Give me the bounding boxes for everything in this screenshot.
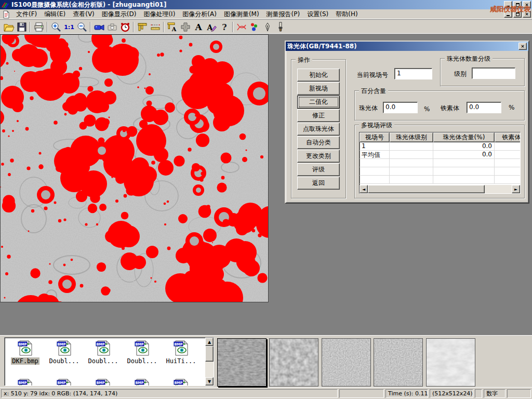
pen-tool-button[interactable] <box>261 21 274 33</box>
grade-input[interactable] <box>472 68 515 79</box>
file-name[interactable]: Doubl... <box>48 357 81 365</box>
svg-text:?: ? <box>222 22 227 32</box>
new-field-button[interactable]: 新视场 <box>297 82 340 95</box>
col-ferrite-content[interactable]: 铁素体含量(%) <box>495 132 521 142</box>
zoom-in-button[interactable] <box>49 21 62 33</box>
video-capture-button[interactable] <box>92 21 105 33</box>
rating-table[interactable]: 视场号 珠光体级别 珠光体含量(%) 铁素体含量(%) 1 0.0 平均值 <box>359 132 521 194</box>
file-item[interactable] <box>123 378 162 386</box>
col-field-no[interactable]: 视场号 <box>360 132 390 142</box>
auto-classify-button[interactable]: 自动分类 <box>297 136 340 149</box>
thumbnail-5[interactable] <box>426 338 475 387</box>
metallograph-image[interactable] <box>0 34 269 302</box>
bottom-panel: DKF.bmp Doubl... Doubl... Doubl... HuiTi… <box>0 335 532 387</box>
file-item[interactable] <box>6 378 45 386</box>
save-button[interactable] <box>15 21 28 33</box>
multifield-group-label: 多视场评级 <box>359 121 394 130</box>
file-name[interactable]: DKF.bmp <box>11 357 39 365</box>
rate-button[interactable]: 评级 <box>297 163 340 176</box>
thumbnail-2[interactable] <box>269 338 318 387</box>
brush-tool-button[interactable] <box>274 21 287 33</box>
file-item[interactable] <box>45 378 84 386</box>
thumbnail-3[interactable] <box>322 338 371 387</box>
current-field-input[interactable]: 1 <box>394 68 432 79</box>
table-row[interactable]: 1 0.0 <box>360 142 520 151</box>
caliper-text-icon: A <box>167 21 178 33</box>
menu-help[interactable]: 帮助(H) <box>332 9 361 20</box>
thumbnail-4[interactable] <box>374 338 423 387</box>
binarize-button[interactable]: 二值化 <box>297 96 340 109</box>
scroll-right-icon[interactable]: ► <box>512 185 520 193</box>
print-button[interactable] <box>32 21 45 33</box>
bmp-file-icon <box>95 340 112 356</box>
menu-settings[interactable]: 设置(S) <box>303 9 332 20</box>
bmp-file-icon <box>17 378 34 386</box>
status-spacer <box>507 389 531 398</box>
vscroll-thumb[interactable] <box>205 346 214 362</box>
file-item[interactable]: HuiTi... <box>162 340 201 365</box>
zoom-out-button[interactable] <box>75 21 88 33</box>
table-row-empty <box>360 159 520 167</box>
file-name[interactable]: Doubl... <box>126 357 158 365</box>
menu-image-display[interactable]: 图像显示(D) <box>98 9 140 20</box>
file-vscrollbar[interactable]: ▲ ▼ <box>205 338 214 385</box>
menu-bar: 文件(F) 编辑(E) 查看(V) 图像显示(D) 图像处理(I) 图像分析(A… <box>0 9 532 20</box>
initialize-button[interactable]: 初始化 <box>297 69 340 82</box>
file-item[interactable]: Doubl... <box>123 340 162 365</box>
col-pearlite-content[interactable]: 珠光体含量(%) <box>433 132 495 142</box>
document-icon[interactable] <box>2 10 10 19</box>
annotate-tool-button[interactable]: A <box>205 21 218 33</box>
ferrite-percent-input[interactable]: 0.0 <box>467 102 501 113</box>
open-button[interactable] <box>2 21 15 33</box>
actual-size-button[interactable]: 1:1 <box>62 21 75 33</box>
scroll-left-icon[interactable]: ◄ <box>360 185 368 193</box>
photo-capture-button[interactable] <box>105 21 118 33</box>
thumbnail-1[interactable] <box>217 338 267 387</box>
hscroll-thumb[interactable] <box>368 185 485 193</box>
vendor-watermark: 咸阳仪器仪表 <box>490 5 530 14</box>
table-hscrollbar[interactable]: ◄ ► <box>360 185 520 193</box>
file-item[interactable]: Doubl... <box>45 340 84 365</box>
pick-pearlite-button[interactable]: 点取珠光体 <box>297 123 340 136</box>
curve-tool-button[interactable] <box>235 21 248 33</box>
pearlite-percent-unit: % <box>424 105 430 113</box>
correct-button[interactable]: 修正 <box>297 109 340 122</box>
file-item[interactable] <box>162 378 201 386</box>
help-button[interactable]: ? <box>218 21 231 33</box>
menu-report[interactable]: 测量报告(P) <box>263 9 304 20</box>
text-tool-button[interactable]: A <box>192 21 205 33</box>
menu-view[interactable]: 查看(V) <box>69 9 98 20</box>
pearlite-label: 珠光体 <box>359 104 378 113</box>
grid-tool-button[interactable] <box>179 21 192 33</box>
title-bar[interactable]: IS100显微摄像系统(金相分析版) - [zhuguangti01] × <box>0 0 532 9</box>
classify-button[interactable] <box>248 21 261 33</box>
table-row[interactable]: 平均值 0.0 <box>360 151 520 159</box>
menu-image-process[interactable]: 图像处理(I) <box>140 9 179 20</box>
cursor-position-status: x: 510 y: 79 idx: 0 RGB: (174, 174, 174) <box>1 389 338 398</box>
scroll-up-icon[interactable]: ▲ <box>205 338 214 346</box>
dialog-title-bar[interactable]: 珠光体(GB/T9441-88) × <box>286 42 528 51</box>
col-pearlite-grade[interactable]: 珠光体级别 <box>390 132 433 142</box>
file-item[interactable]: Doubl... <box>84 340 123 365</box>
file-item[interactable]: DKF.bmp <box>6 340 45 365</box>
file-name[interactable]: HuiTi... <box>165 357 197 365</box>
status-spacer <box>339 389 384 398</box>
change-class-button[interactable]: 更改类别 <box>297 150 340 163</box>
menu-image-analysis[interactable]: 图像分析(A) <box>179 9 220 20</box>
ruler-measure-button[interactable] <box>149 21 162 33</box>
application-window: IS100显微摄像系统(金相分析版) - [zhuguangti01] × 咸阳… <box>0 0 532 399</box>
menu-file[interactable]: 文件(F) <box>12 9 41 20</box>
file-name[interactable]: Doubl... <box>87 357 119 365</box>
scroll-down-icon[interactable]: ▼ <box>205 377 214 385</box>
menu-edit[interactable]: 编辑(E) <box>41 9 69 20</box>
file-row-2 <box>6 378 201 386</box>
file-browser[interactable]: DKF.bmp Doubl... Doubl... Doubl... HuiTi… <box>4 337 214 386</box>
return-button[interactable]: 返回 <box>297 177 340 190</box>
caliper-label-button[interactable]: A <box>166 21 179 33</box>
pearlite-percent-input[interactable]: 0.0 <box>383 102 418 113</box>
file-item[interactable] <box>84 378 123 386</box>
menu-image-measure[interactable]: 图像测量(M) <box>220 9 263 20</box>
caliper-measure-button[interactable] <box>136 21 149 33</box>
timer-button[interactable] <box>118 21 131 33</box>
dialog-close-button[interactable]: × <box>518 43 527 50</box>
